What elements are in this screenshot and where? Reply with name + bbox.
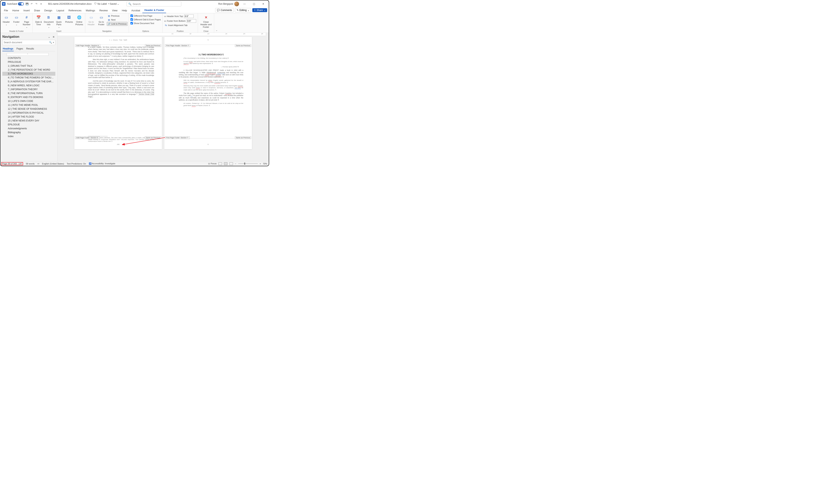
nav-heading-item[interactable]: CONTENTS [2,56,55,60]
editing-button[interactable]: ✎Editing ⌄ [235,8,251,12]
nav-tab-headings[interactable]: Headings [2,47,14,51]
nav-heading-item[interactable]: Acknowledgments [2,127,55,130]
nav-heading-item[interactable]: 8 | THE INFORMATIONAL TURN [2,91,55,95]
nav-heading-item[interactable]: 4 | TO THROW THE POWERS OF THOUGHT INTO.… [2,76,55,80]
nav-heading-item[interactable]: Bibliography [2,130,55,134]
show-document-text-checkbox[interactable]: Show Document Text [130,22,161,25]
accessibility-indicator[interactable]: ♿ Accessibility: Investigate [89,162,115,165]
search-box[interactable]: 🔍 Search [127,1,181,6]
pictures-button[interactable]: 🖼Pictures [64,14,74,24]
focus-button[interactable]: ◎ Focus [208,162,217,165]
tab-review[interactable]: Review [97,8,110,13]
nav-heading-item[interactable]: 5 | A NERVOUS SYSTEM FOR THE EARTH [2,80,55,84]
nav-heading-item[interactable]: Index [2,134,55,138]
nav-tab-pages[interactable]: Pages [16,47,23,51]
tab-view[interactable]: View [110,8,120,13]
close-header-footer-button[interactable]: ✕Close Header and Footer [199,14,213,29]
dropdown-icon[interactable]: ▾ [53,41,54,44]
read-mode-icon[interactable] [218,162,222,165]
nav-jump-button[interactable]: ⌃ [7,53,49,56]
next-button[interactable]: ▤Next [107,18,128,22]
nav-heading-item[interactable]: 6 | NEW WIRES, NEW LOGIC [2,84,55,87]
qat-customize-icon[interactable]: ▾ [40,2,43,5]
calendar-icon: 📅 [36,15,41,20]
nav-heading-item[interactable]: 7 | INFORMATION THEORY [2,87,55,91]
word-count[interactable]: 58 words [26,163,35,165]
share-button[interactable]: ⇧Share ⌄ [252,8,267,12]
undo-icon[interactable]: ↶ [30,2,33,5]
tab-design[interactable]: Design [42,8,54,13]
nav-heading-item[interactable]: 2 | THE PERSISTENCE OF THE WORD [2,68,55,72]
nav-close-icon[interactable]: ✕ [52,35,55,39]
save-icon[interactable]: 💾 [25,2,29,5]
header-button[interactable]: ▭Header ⌄ [2,14,11,27]
zoom-slider[interactable] [238,163,258,164]
chapter-title: 3 | TWO WORDBOOKS ¶ [179,53,243,56]
online-pictures-button[interactable]: 🌐Online Pictures [75,14,84,27]
zoom-level[interactable]: 70% [263,163,267,165]
tab-draw[interactable]: Draw [32,8,42,13]
tab-layout[interactable]: Layout [55,8,66,13]
ribbon-collapse-button[interactable]: ⌄ [214,13,219,33]
different-first-page-checkbox[interactable]: Different First Page [130,14,161,17]
tab-acrobat[interactable]: Acrobat [129,8,142,13]
maximize-button[interactable]: ▢ [250,1,258,7]
saved-status[interactable]: • Saved ⌄ [108,3,119,5]
insert-alignment-tab-button[interactable]: ⭾Insert Alignment Tab [164,23,197,27]
nav-heading-item[interactable]: 14 | AFTER THE FLOOD [2,115,55,119]
redo-icon[interactable]: ↷ [35,2,38,5]
header-from-top-input[interactable] [184,14,194,18]
tab-references[interactable]: References [67,8,83,13]
spell-check-icon[interactable]: ▭ [37,162,39,165]
horizontal-ruler[interactable]: 123 456 [58,33,266,36]
date-time-button[interactable]: 📅Date & Time [34,14,43,27]
text-predictions-indicator[interactable]: Text Predictions: On [67,163,86,165]
link-to-previous-button[interactable]: 🔗Link to Previous [107,22,128,26]
language-indicator[interactable]: English (United States) [42,163,64,165]
page-left[interactable]: 1 · | · Drums · That · Talk¶ Odd Page He… [74,37,162,149]
nav-tab-results[interactable]: Results [26,47,34,51]
nav-search-box[interactable]: 🔍▾ [2,40,55,45]
nav-heading-item[interactable]: 11 | INTO THE MEME POOL [2,103,55,107]
footer-button[interactable]: ▭Footer ⌄ [12,14,21,27]
page-number-button[interactable]: #Page Number ⌄ [22,14,31,29]
zoom-out-button[interactable]: − [235,163,236,165]
web-layout-icon[interactable] [229,162,233,165]
page-right[interactable]: ¶ First Page Header -Section 7- Same as … [164,37,252,149]
comments-button[interactable]: 💬Comments [215,8,234,12]
nav-heading-item[interactable]: 15 | NEW NEWS EVERY DAY [2,119,55,123]
nav-heading-item[interactable]: 12 | THE SENSE OF RANDOMNESS [2,107,55,111]
quick-parts-button[interactable]: ▦Quick Parts ⌄ [54,14,64,29]
print-layout-icon[interactable] [224,162,227,165]
nav-heading-item[interactable]: 3 | TWO WORDBOOKS [2,72,55,76]
nav-heading-item[interactable]: PROLOGUE [2,60,55,64]
zoom-in-button[interactable]: + [260,163,261,165]
goto-header-button[interactable]: ▭Go to Header [86,14,96,27]
tab-header-footer[interactable]: Header & Footer [142,7,166,13]
nav-heading-item[interactable]: 10 | LIFE'S OWN CODE [2,99,55,103]
goto-footer-button[interactable]: ▭Go to Footer [97,14,106,27]
previous-button[interactable]: ▤Previous [107,14,128,18]
nav-collapse-icon[interactable]: ⌄ [47,35,51,39]
goto-header-icon: ▭ [88,15,94,20]
nav-heading-item[interactable]: 13 | INFORMATION IS PHYSICAL [2,111,55,115]
tab-help[interactable]: Help [120,8,129,13]
document-info-button[interactable]: 🗎Document Info ⌄ [44,14,53,29]
tab-mailings[interactable]: Mailings [84,8,97,13]
tab-file[interactable]: File [2,8,10,13]
footer-from-bottom-input[interactable] [187,19,196,23]
nav-heading-item[interactable]: 1 | DRUMS THAT TALK [2,64,55,68]
nav-heading-item[interactable]: EPILOGUE [2,123,55,127]
sensitivity-label[interactable]: ⛉ No Label [94,3,107,5]
page-indicator[interactable]: Page 39 of 343 147,58 words147 [1,162,23,165]
different-odd-even-checkbox[interactable]: Different Odd & Even Pages [130,18,161,21]
nav-heading-item[interactable]: 9 | ENTROPY AND ITS DEMONS [2,95,55,99]
minimize-button[interactable]: — [241,1,248,7]
close-button[interactable]: ✕ [259,1,267,7]
autosave-toggle[interactable]: On [18,2,24,5]
tab-insert[interactable]: Insert [22,8,32,13]
user-account[interactable]: Ron Bergquist [218,2,239,6]
tab-home[interactable]: Home [10,8,21,13]
nav-search-input[interactable] [4,41,48,44]
header-pos-icon: ▭ [164,15,166,18]
